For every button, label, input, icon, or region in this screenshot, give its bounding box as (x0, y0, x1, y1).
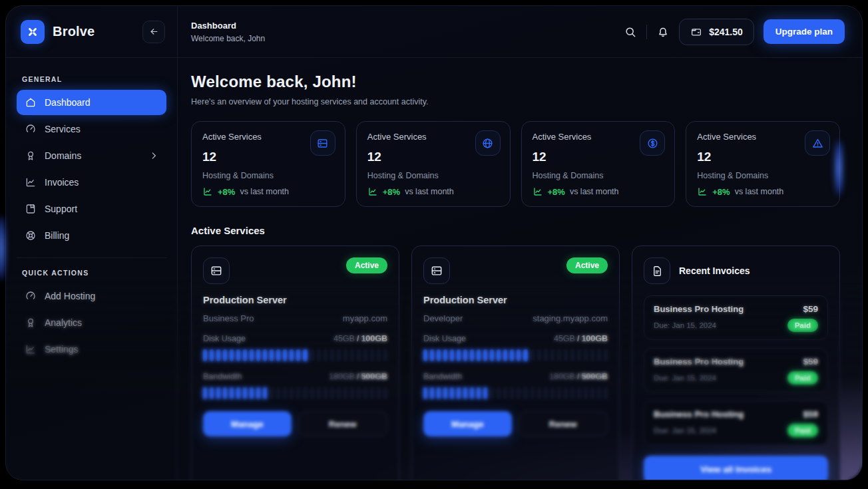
disk-usage-bar (203, 349, 387, 361)
notifications-bell-icon[interactable] (656, 25, 670, 39)
sidebar-item-analytics[interactable]: Analytics (17, 310, 166, 335)
section-title-active-services: Active Services (191, 225, 840, 236)
usage-segment (457, 349, 461, 361)
search-icon[interactable] (624, 25, 637, 39)
manage-button[interactable]: Manage (423, 411, 512, 436)
usage-segment (550, 349, 554, 361)
chevron-right-icon (149, 151, 158, 160)
usage-segment (283, 349, 287, 361)
paid-badge: Paid (787, 371, 818, 385)
sidebar-divider (17, 257, 166, 258)
usage-segment (497, 387, 501, 399)
stat-trend: +8% vs last month (697, 186, 829, 197)
usage-segment (363, 387, 367, 399)
usage-segment (296, 349, 300, 361)
usage-segment (276, 349, 280, 361)
header-subtitle: Welcome back, John (191, 34, 265, 43)
trend-up-chart-icon (202, 186, 213, 197)
usage-values: 180GB/500GB (329, 372, 387, 381)
usage-segment (270, 387, 274, 399)
service-card-header: Active (203, 257, 387, 284)
usage-segment (203, 349, 207, 361)
usage-segment (250, 387, 254, 399)
trend-value: +8% (218, 187, 235, 197)
usage-segment (570, 387, 574, 399)
nav-group-general-label: GENERAL (22, 75, 161, 83)
service-name: Production Server (203, 295, 387, 305)
sidebar-item-dashboard[interactable]: Dashboard (17, 90, 166, 115)
status-badge: Active (346, 257, 387, 273)
usage-segment (437, 349, 441, 361)
usage-segment (256, 387, 260, 399)
brand-name: Brolve (53, 24, 95, 39)
usage-segment (597, 387, 601, 399)
usage-segment (483, 349, 487, 361)
paid-badge: Paid (787, 319, 818, 332)
sidebar-collapse-button[interactable] (142, 21, 165, 43)
sidebar-item-settings[interactable]: Settings (17, 337, 166, 362)
usage-segment (590, 349, 594, 361)
lifebuoy-icon (25, 230, 37, 242)
invoice-amount: $59 (803, 409, 818, 419)
invoice-row: Business Pro Hosting $59 Due: Jan 15, 20… (644, 401, 828, 445)
sidebar-item-label: Dashboard (45, 97, 91, 108)
sidebar-item-label: Settings (45, 344, 79, 355)
service-meta: Developer staging.myapp.com (423, 313, 608, 323)
usage-segment (236, 387, 240, 399)
view-all-invoices-button[interactable]: View all Invoices (644, 456, 828, 480)
document-icon (644, 257, 670, 284)
sidebar-item-services[interactable]: Services (17, 116, 166, 142)
service-plan: Business Pro (203, 313, 254, 323)
sidebar-item-domains[interactable]: Domains (17, 143, 166, 168)
usage-segment (317, 387, 321, 399)
renew-button[interactable]: Renew (298, 411, 388, 436)
usage-segment (370, 387, 374, 399)
manage-button[interactable]: Manage (203, 411, 292, 436)
invoice-list: Business Pro Hosting $59 Due: Jan 15, 20… (644, 295, 828, 445)
usage-segment (430, 387, 434, 399)
trend-value: +8% (383, 187, 400, 197)
page-title: Welcome back, John! (191, 73, 840, 91)
usage-segment (290, 349, 294, 361)
service-plan: Developer (423, 313, 463, 323)
sidebar-nav: GENERAL Dashboard Services (6, 58, 177, 363)
invoices-header: Recent Invoices (644, 257, 828, 284)
recent-invoices-card: Recent Invoices Business Pro Hosting $59… (632, 245, 840, 480)
service-card-production: Active Production Server Business Pro my… (191, 245, 399, 480)
wallet-balance-chip[interactable]: $241.50 (679, 19, 754, 45)
usage-segment (223, 387, 227, 399)
usage-segment (290, 387, 294, 399)
sidebar-item-billing[interactable]: Billing (17, 223, 166, 248)
usage-segment (216, 387, 220, 399)
service-meta: Business Pro myapp.com (203, 313, 387, 323)
sidebar-item-add-hosting[interactable]: Add Hosting (17, 283, 166, 309)
invoice-name: Business Pro Hosting (654, 357, 744, 367)
usage-segment (230, 349, 234, 361)
usage-segment (230, 387, 234, 399)
usage-segment (377, 349, 381, 361)
gauge-icon (25, 290, 37, 302)
usage-segment (283, 387, 287, 399)
upgrade-plan-button[interactable]: Upgrade plan (763, 19, 845, 44)
usage-segment (437, 387, 441, 399)
usage-segment (531, 387, 535, 399)
usage-segment (477, 349, 481, 361)
award-icon (25, 317, 37, 329)
usage-segment (310, 349, 314, 361)
usage-segment (510, 349, 514, 361)
usage-segment (210, 387, 214, 399)
usage-segment (597, 349, 601, 361)
sidebar-item-support[interactable]: Support (17, 196, 166, 222)
stat-card-alerts: Active Services 12 Hosting & Domains +8% (686, 121, 840, 207)
sidebar-item-label: Analytics (45, 317, 82, 328)
usage-segment (423, 387, 427, 399)
app-frame: Brolve GENERAL Dashboard (5, 5, 863, 480)
sidebar-item-invoices[interactable]: Invoices (17, 170, 166, 195)
invoice-amount: $59 (803, 304, 818, 314)
usage-label: Bandwidth (423, 372, 462, 381)
invoice-name: Business Pro Hosting (654, 409, 744, 419)
renew-button[interactable]: Renew (519, 411, 608, 436)
usage-segment (383, 349, 387, 361)
service-card-header: Active (423, 257, 608, 284)
usage-segment (243, 349, 247, 361)
